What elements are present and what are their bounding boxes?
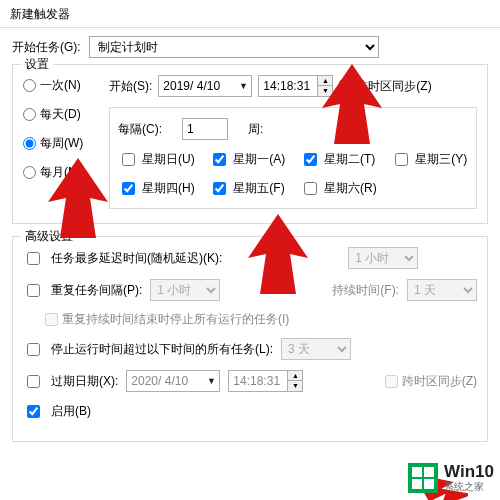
day-mon[interactable]: 星期一(A) [209, 150, 286, 169]
duration-select[interactable]: 1 天 [407, 279, 477, 301]
stopafter-check[interactable] [27, 343, 40, 356]
expire-synctz-label: 跨时区同步(Z) [402, 373, 477, 390]
start-task-select[interactable]: 制定计划时 [89, 36, 379, 58]
delay-check[interactable] [27, 252, 40, 265]
start-time-picker[interactable]: ▲▼ [258, 75, 333, 97]
day-fri-label: 星期五(F) [233, 180, 284, 197]
watermark-line2: 系统之家 [444, 480, 494, 494]
day-tue-label: 星期二(T) [324, 151, 375, 168]
expire-time-input[interactable] [229, 371, 287, 391]
windows-logo-icon [408, 463, 438, 493]
week-label: 周: [248, 121, 263, 138]
duration-label: 持续时间(F): [332, 282, 399, 299]
radio-daily[interactable]: 每天(D) [23, 106, 109, 123]
window-title: 新建触发器 [0, 0, 500, 28]
delay-label: 任务最多延迟时间(随机延迟)(K): [51, 250, 222, 267]
radio-once-input[interactable] [23, 79, 36, 92]
radio-once[interactable]: 一次(N) [23, 77, 109, 94]
time-spinner[interactable]: ▲▼ [287, 371, 302, 391]
day-thu-label: 星期四(H) [142, 180, 195, 197]
expire-date-input[interactable] [127, 371, 203, 391]
expire-synctz-input [385, 375, 398, 388]
start-label: 开始(S): [109, 78, 152, 95]
start-date-input[interactable] [159, 76, 235, 96]
day-tue-input[interactable] [304, 153, 317, 166]
expire-check[interactable] [27, 375, 40, 388]
recur-label: 每隔(C): [118, 121, 162, 138]
delay-select[interactable]: 1 小时 [348, 247, 418, 269]
radio-monthly-input[interactable] [23, 166, 36, 179]
day-sun-input[interactable] [122, 153, 135, 166]
day-sun-label: 星期日(U) [142, 151, 195, 168]
day-sat-input[interactable] [304, 182, 317, 195]
watermark-line1: Win10 [444, 462, 494, 482]
day-sat-label: 星期六(R) [324, 180, 377, 197]
day-fri[interactable]: 星期五(F) [209, 179, 286, 198]
day-tue[interactable]: 星期二(T) [300, 150, 377, 169]
repeat-stop-label: 重复持续时间结束时停止所有运行的任务(I) [62, 311, 289, 328]
day-sun[interactable]: 星期日(U) [118, 150, 195, 169]
day-thu[interactable]: 星期四(H) [118, 179, 195, 198]
sync-tz-input[interactable] [339, 80, 352, 93]
repeat-label: 重复任务间隔(P): [51, 282, 142, 299]
sync-tz-label: 跨时区同步(Z) [356, 78, 431, 95]
advanced-legend: 高级设置 [21, 228, 77, 245]
repeat-check[interactable] [27, 284, 40, 297]
day-wed-input[interactable] [395, 153, 408, 166]
day-fri-input[interactable] [213, 182, 226, 195]
expire-synctz: 跨时区同步(Z) [385, 373, 477, 390]
day-sat[interactable]: 星期六(R) [300, 179, 377, 198]
radio-daily-input[interactable] [23, 108, 36, 121]
start-date-picker[interactable]: ▼ [158, 75, 252, 97]
dropdown-icon[interactable]: ▼ [203, 376, 219, 386]
radio-monthly-label: 每月(M) [40, 164, 82, 181]
time-spinner[interactable]: ▲▼ [317, 76, 332, 96]
start-task-label: 开始任务(G): [12, 39, 81, 56]
enable-check[interactable] [27, 405, 40, 418]
start-time-input[interactable] [259, 76, 317, 96]
repeat-select[interactable]: 1 小时 [150, 279, 220, 301]
radio-weekly-input[interactable] [23, 137, 36, 150]
repeat-stop-check [45, 313, 58, 326]
settings-group: 设置 一次(N) 每天(D) 每周(W) 每月(M) [12, 64, 488, 224]
radio-daily-label: 每天(D) [40, 106, 81, 123]
expire-label: 过期日期(X): [51, 373, 118, 390]
sync-tz-check[interactable]: 跨时区同步(Z) [339, 78, 431, 95]
radio-once-label: 一次(N) [40, 77, 81, 94]
weekly-box: 每隔(C): 周: 星期日(U) 星期一(A) 星期二(T) 星期三(Y) 星期… [109, 107, 477, 209]
radio-monthly[interactable]: 每月(M) [23, 164, 109, 181]
day-wed-label: 星期三(Y) [415, 151, 467, 168]
watermark: Win10 系统之家 [408, 462, 494, 494]
expire-time-picker[interactable]: ▲▼ [228, 370, 303, 392]
expire-date-picker[interactable]: ▼ [126, 370, 220, 392]
stopafter-select[interactable]: 3 天 [281, 338, 351, 360]
dropdown-icon[interactable]: ▼ [235, 81, 251, 91]
stopafter-label: 停止运行时间超过以下时间的所有任务(L): [51, 341, 273, 358]
day-mon-input[interactable] [213, 153, 226, 166]
enable-label: 启用(B) [51, 403, 91, 420]
day-mon-label: 星期一(A) [233, 151, 285, 168]
recur-input[interactable] [182, 118, 228, 140]
settings-legend: 设置 [21, 56, 53, 73]
advanced-group: 高级设置 任务最多延迟时间(随机延迟)(K): 1 小时 重复任务间隔(P): … [12, 236, 488, 442]
radio-weekly[interactable]: 每周(W) [23, 135, 109, 152]
day-wed[interactable]: 星期三(Y) [391, 150, 468, 169]
day-thu-input[interactable] [122, 182, 135, 195]
radio-weekly-label: 每周(W) [40, 135, 83, 152]
